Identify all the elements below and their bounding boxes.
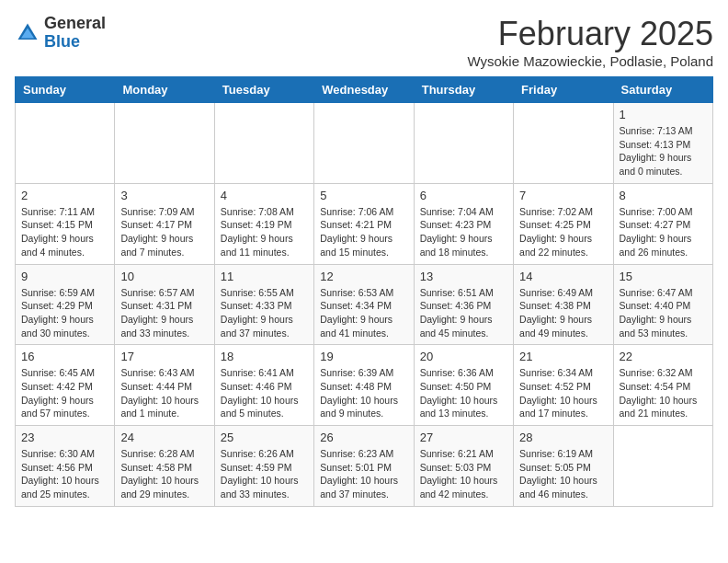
calendar-cell	[16, 103, 115, 184]
day-info: Sunrise: 7:13 AM Sunset: 4:13 PM Dayligh…	[620, 124, 707, 178]
calendar-week-row: 16Sunrise: 6:45 AM Sunset: 4:42 PM Dayli…	[16, 345, 713, 426]
day-number: 28	[519, 431, 607, 444]
day-info: Sunrise: 6:51 AM Sunset: 4:36 PM Dayligh…	[420, 286, 507, 340]
day-number: 6	[420, 189, 507, 202]
day-info: Sunrise: 6:43 AM Sunset: 4:44 PM Dayligh…	[120, 366, 208, 420]
day-number: 19	[320, 350, 407, 363]
day-number: 25	[221, 431, 308, 444]
calendar-header-thursday: Thursday	[414, 77, 513, 103]
calendar-cell: 10Sunrise: 6:57 AM Sunset: 4:31 PM Dayli…	[115, 264, 214, 345]
calendar-body: 1Sunrise: 7:13 AM Sunset: 4:13 PM Daylig…	[16, 103, 713, 507]
calendar-cell: 17Sunrise: 6:43 AM Sunset: 4:44 PM Dayli…	[115, 345, 214, 426]
day-info: Sunrise: 7:00 AM Sunset: 4:27 PM Dayligh…	[620, 205, 707, 259]
calendar-cell: 12Sunrise: 6:53 AM Sunset: 4:34 PM Dayli…	[314, 264, 414, 345]
calendar-cell: 27Sunrise: 6:21 AM Sunset: 5:03 PM Dayli…	[414, 426, 513, 507]
day-info: Sunrise: 6:36 AM Sunset: 4:50 PM Dayligh…	[420, 366, 507, 420]
day-info: Sunrise: 6:21 AM Sunset: 5:03 PM Dayligh…	[420, 447, 507, 501]
calendar-cell	[514, 103, 613, 184]
calendar: SundayMondayTuesdayWednesdayThursdayFrid…	[15, 76, 713, 507]
calendar-cell: 3Sunrise: 7:09 AM Sunset: 4:17 PM Daylig…	[115, 183, 214, 264]
day-info: Sunrise: 6:19 AM Sunset: 5:05 PM Dayligh…	[519, 447, 607, 501]
day-info: Sunrise: 6:28 AM Sunset: 4:58 PM Dayligh…	[120, 447, 208, 501]
calendar-week-row: 2Sunrise: 7:11 AM Sunset: 4:15 PM Daylig…	[16, 183, 713, 264]
day-number: 23	[21, 431, 108, 444]
day-info: Sunrise: 6:45 AM Sunset: 4:42 PM Dayligh…	[21, 366, 108, 420]
logo-general-text: General	[44, 14, 106, 32]
day-info: Sunrise: 6:30 AM Sunset: 4:56 PM Dayligh…	[21, 447, 108, 501]
day-number: 18	[221, 350, 308, 363]
day-number: 3	[120, 189, 208, 202]
logo: General Blue	[15, 15, 106, 52]
day-info: Sunrise: 6:32 AM Sunset: 4:54 PM Dayligh…	[620, 366, 707, 420]
day-number: 12	[320, 270, 407, 283]
location-title: Wysokie Mazowieckie, Podlasie, Poland	[468, 53, 714, 69]
calendar-cell	[115, 103, 214, 184]
calendar-cell	[314, 103, 414, 184]
day-info: Sunrise: 7:06 AM Sunset: 4:21 PM Dayligh…	[320, 205, 407, 259]
day-number: 2	[21, 189, 108, 202]
calendar-cell: 21Sunrise: 6:34 AM Sunset: 4:52 PM Dayli…	[514, 345, 613, 426]
title-area: February 2025 Wysokie Mazowieckie, Podla…	[468, 15, 714, 69]
day-number: 27	[420, 431, 507, 444]
calendar-cell: 13Sunrise: 6:51 AM Sunset: 4:36 PM Dayli…	[414, 264, 513, 345]
calendar-cell: 2Sunrise: 7:11 AM Sunset: 4:15 PM Daylig…	[16, 183, 115, 264]
calendar-cell: 19Sunrise: 6:39 AM Sunset: 4:48 PM Dayli…	[314, 345, 414, 426]
day-info: Sunrise: 6:34 AM Sunset: 4:52 PM Dayligh…	[519, 366, 607, 420]
calendar-cell: 7Sunrise: 7:02 AM Sunset: 4:25 PM Daylig…	[514, 183, 613, 264]
calendar-cell: 25Sunrise: 6:26 AM Sunset: 4:59 PM Dayli…	[214, 426, 313, 507]
day-number: 26	[320, 431, 407, 444]
calendar-cell: 15Sunrise: 6:47 AM Sunset: 4:40 PM Dayli…	[613, 264, 712, 345]
calendar-cell: 28Sunrise: 6:19 AM Sunset: 5:05 PM Dayli…	[514, 426, 613, 507]
calendar-header-sunday: Sunday	[16, 77, 115, 103]
calendar-cell: 5Sunrise: 7:06 AM Sunset: 4:21 PM Daylig…	[314, 183, 414, 264]
calendar-cell: 9Sunrise: 6:59 AM Sunset: 4:29 PM Daylig…	[16, 264, 115, 345]
calendar-cell: 1Sunrise: 7:13 AM Sunset: 4:13 PM Daylig…	[613, 103, 712, 184]
day-info: Sunrise: 6:39 AM Sunset: 4:48 PM Dayligh…	[320, 366, 407, 420]
day-info: Sunrise: 6:23 AM Sunset: 5:01 PM Dayligh…	[320, 447, 407, 501]
calendar-cell: 14Sunrise: 6:49 AM Sunset: 4:38 PM Dayli…	[514, 264, 613, 345]
logo-blue-text: Blue	[44, 32, 80, 51]
calendar-week-row: 23Sunrise: 6:30 AM Sunset: 4:56 PM Dayli…	[16, 426, 713, 507]
calendar-cell: 20Sunrise: 6:36 AM Sunset: 4:50 PM Dayli…	[414, 345, 513, 426]
day-info: Sunrise: 7:09 AM Sunset: 4:17 PM Dayligh…	[120, 205, 208, 259]
day-number: 4	[221, 189, 308, 202]
day-info: Sunrise: 6:59 AM Sunset: 4:29 PM Dayligh…	[21, 286, 108, 340]
calendar-header-monday: Monday	[115, 77, 214, 103]
calendar-week-row: 9Sunrise: 6:59 AM Sunset: 4:29 PM Daylig…	[16, 264, 713, 345]
day-info: Sunrise: 7:04 AM Sunset: 4:23 PM Dayligh…	[420, 205, 507, 259]
day-number: 15	[620, 270, 707, 283]
day-number: 8	[620, 189, 707, 202]
day-number: 16	[21, 350, 108, 363]
day-number: 11	[221, 270, 308, 283]
calendar-header-friday: Friday	[514, 77, 613, 103]
day-info: Sunrise: 7:11 AM Sunset: 4:15 PM Dayligh…	[21, 205, 108, 259]
day-number: 22	[620, 350, 707, 363]
day-info: Sunrise: 6:57 AM Sunset: 4:31 PM Dayligh…	[120, 286, 208, 340]
day-info: Sunrise: 6:53 AM Sunset: 4:34 PM Dayligh…	[320, 286, 407, 340]
day-number: 7	[519, 189, 607, 202]
day-info: Sunrise: 6:47 AM Sunset: 4:40 PM Dayligh…	[620, 286, 707, 340]
calendar-cell: 6Sunrise: 7:04 AM Sunset: 4:23 PM Daylig…	[414, 183, 513, 264]
day-info: Sunrise: 6:49 AM Sunset: 4:38 PM Dayligh…	[519, 286, 607, 340]
header: General Blue February 2025 Wysokie Mazow…	[15, 15, 713, 69]
calendar-cell: 11Sunrise: 6:55 AM Sunset: 4:33 PM Dayli…	[214, 264, 313, 345]
logo-icon	[15, 20, 40, 46]
calendar-cell	[214, 103, 313, 184]
day-number: 20	[420, 350, 507, 363]
calendar-cell: 8Sunrise: 7:00 AM Sunset: 4:27 PM Daylig…	[613, 183, 712, 264]
day-number: 14	[519, 270, 607, 283]
calendar-cell: 26Sunrise: 6:23 AM Sunset: 5:01 PM Dayli…	[314, 426, 414, 507]
calendar-header-saturday: Saturday	[613, 77, 712, 103]
calendar-cell	[613, 426, 712, 507]
day-info: Sunrise: 6:26 AM Sunset: 4:59 PM Dayligh…	[221, 447, 308, 501]
calendar-cell: 16Sunrise: 6:45 AM Sunset: 4:42 PM Dayli…	[16, 345, 115, 426]
day-info: Sunrise: 7:08 AM Sunset: 4:19 PM Dayligh…	[221, 205, 308, 259]
day-info: Sunrise: 6:41 AM Sunset: 4:46 PM Dayligh…	[221, 366, 308, 420]
day-info: Sunrise: 6:55 AM Sunset: 4:33 PM Dayligh…	[221, 286, 308, 340]
day-number: 1	[620, 108, 707, 121]
day-info: Sunrise: 7:02 AM Sunset: 4:25 PM Dayligh…	[519, 205, 607, 259]
month-title: February 2025	[468, 15, 714, 53]
calendar-header-row: SundayMondayTuesdayWednesdayThursdayFrid…	[16, 77, 713, 103]
day-number: 10	[120, 270, 208, 283]
day-number: 5	[320, 189, 407, 202]
